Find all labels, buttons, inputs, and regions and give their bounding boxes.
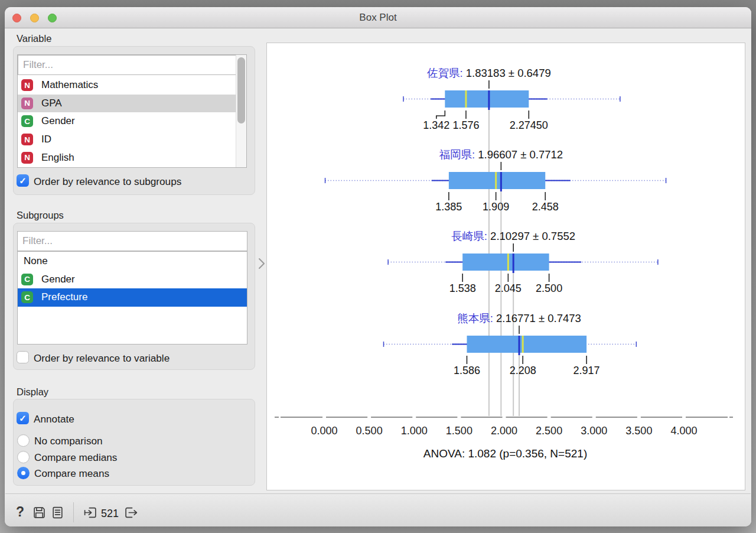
- order-by-relevance-variable-checkbox[interactable]: [17, 351, 29, 363]
- subgroups-list: NoneCGenderCPrefecture: [17, 251, 247, 344]
- list-item-label: GPA: [41, 98, 62, 109]
- axis-tick-label: 2.500: [536, 425, 562, 437]
- quartile-box: [445, 90, 529, 108]
- median-label: 2.208: [510, 365, 536, 376]
- statusbar-separator: [73, 502, 74, 522]
- q3-label: 2.500: [536, 282, 562, 294]
- list-item-label: English: [41, 152, 74, 164]
- subgroups-section-label: Subgroups: [17, 210, 64, 221]
- order-by-relevance-variable-label[interactable]: Order by relevance to variable: [34, 352, 170, 365]
- q1-label: 1.538: [449, 282, 476, 294]
- categorical-badge-icon: C: [21, 291, 33, 303]
- axis-tick-label: 1.500: [446, 425, 472, 437]
- variable-scrollbar[interactable]: [236, 55, 246, 167]
- median-label: 1.909: [483, 201, 509, 213]
- display-section-label: Display: [17, 386, 48, 398]
- group-annotation: 長崎県: 2.10297 ± 0.7552: [451, 230, 575, 242]
- categorical-badge-icon: C: [21, 274, 33, 285]
- radio-label-compare-medians[interactable]: Compare medians: [34, 451, 117, 464]
- numeric-badge-icon: N: [21, 79, 33, 91]
- list-item-label: Gender: [41, 274, 75, 285]
- q3-label: 2.458: [532, 201, 559, 213]
- axis-tick-label: 0.000: [311, 425, 337, 437]
- quartile-box: [467, 336, 586, 353]
- radio-no-comparison[interactable]: [17, 434, 30, 447]
- output-summary-icon[interactable]: [124, 506, 139, 519]
- axis-tick-label: 2.000: [491, 425, 517, 437]
- variable-list: NMathematicsNGPACGenderNIDNEnglish: [17, 54, 247, 168]
- splitter-chevron-icon[interactable]: [256, 256, 267, 271]
- variable-item-gpa[interactable]: NGPA: [18, 95, 236, 113]
- order-by-relevance-subgroups-label[interactable]: Order by relevance to subgroups: [34, 176, 181, 188]
- categorical-badge-icon: C: [21, 115, 33, 127]
- annotate-label[interactable]: Annotate: [34, 413, 74, 425]
- numeric-badge-icon: N: [21, 134, 33, 145]
- boxplot-chart: 佐賀県: 1.83183 ± 0.64791.3421.5762.27450福岡…: [267, 43, 745, 490]
- radio-label-compare-means[interactable]: Compare means: [34, 467, 109, 480]
- save-icon[interactable]: [32, 506, 46, 519]
- variable-filter-input[interactable]: [18, 55, 236, 75]
- group-annotation: 福岡県: 1.96607 ± 0.7712: [439, 148, 563, 161]
- list-item-label: ID: [41, 134, 51, 145]
- median-label: 1.576: [452, 119, 479, 131]
- q3-label: 2.917: [573, 365, 600, 376]
- list-item-label: None: [24, 255, 48, 267]
- subgroup-item-prefecture[interactable]: CPrefecture: [18, 288, 247, 307]
- list-item-label: Mathematics: [41, 79, 98, 91]
- help-icon[interactable]: ?: [16, 504, 24, 520]
- axis-tick-label: 3.500: [625, 425, 652, 437]
- variable-item-gender[interactable]: CGender: [18, 112, 236, 131]
- report-icon[interactable]: [51, 506, 64, 519]
- axis-tick-label: 0.500: [356, 425, 383, 437]
- radio-compare-medians[interactable]: [17, 451, 30, 463]
- list-item-label: Prefecture: [41, 291, 87, 303]
- numeric-badge-icon: N: [21, 152, 33, 164]
- q1-label: 1.586: [454, 365, 480, 376]
- anova-label: ANOVA: 1.082 (p=0.356, N=521): [423, 447, 587, 460]
- subgroup-item-none[interactable]: None: [18, 252, 247, 271]
- median-label: 2.045: [495, 282, 522, 294]
- radio-compare-means[interactable]: [17, 467, 30, 479]
- quartile-box: [449, 172, 545, 189]
- quartile-box: [462, 254, 549, 271]
- screen: Box Plot Variable NMathematicsNGPACGende…: [0, 0, 756, 533]
- axis-tick-label: 3.000: [581, 425, 607, 437]
- window-title: Box Plot: [5, 7, 751, 28]
- axis-tick-label: 4.000: [670, 425, 697, 437]
- variable-item-mathematics[interactable]: NMathematics: [18, 76, 236, 95]
- q1-bracket-tick: [436, 110, 445, 119]
- q1-label: 1.385: [435, 201, 462, 213]
- list-item-label: Gender: [41, 115, 75, 127]
- group-annotation: 熊本県: 2.16771 ± 0.7473: [457, 312, 581, 324]
- order-by-relevance-subgroups-checkbox[interactable]: ✓: [17, 174, 29, 187]
- variable-section-label: Variable: [17, 33, 51, 44]
- plot-area: 佐賀県: 1.83183 ± 0.64791.3421.5762.27450福岡…: [266, 43, 745, 490]
- variable-scrollbar-thumb[interactable]: [237, 57, 245, 124]
- annotate-checkbox[interactable]: ✓: [17, 412, 29, 424]
- axis-tick-label: 1.000: [401, 425, 428, 437]
- q1-label: 1.342: [423, 119, 449, 131]
- variable-item-english[interactable]: NEnglish: [18, 148, 236, 167]
- input-summary-icon[interactable]: [83, 506, 97, 519]
- variable-item-id[interactable]: NID: [18, 131, 236, 149]
- q3-label: 2.27450: [510, 119, 548, 131]
- subgroup-item-gender[interactable]: CGender: [18, 271, 247, 289]
- subgroups-filter-input[interactable]: [17, 231, 247, 251]
- radio-label-no-comparison[interactable]: No comparison: [34, 435, 103, 447]
- input-count: 521: [101, 508, 119, 520]
- numeric-badge-icon: N: [21, 98, 33, 109]
- group-annotation: 佐賀県: 1.83183 ± 0.6479: [426, 67, 551, 79]
